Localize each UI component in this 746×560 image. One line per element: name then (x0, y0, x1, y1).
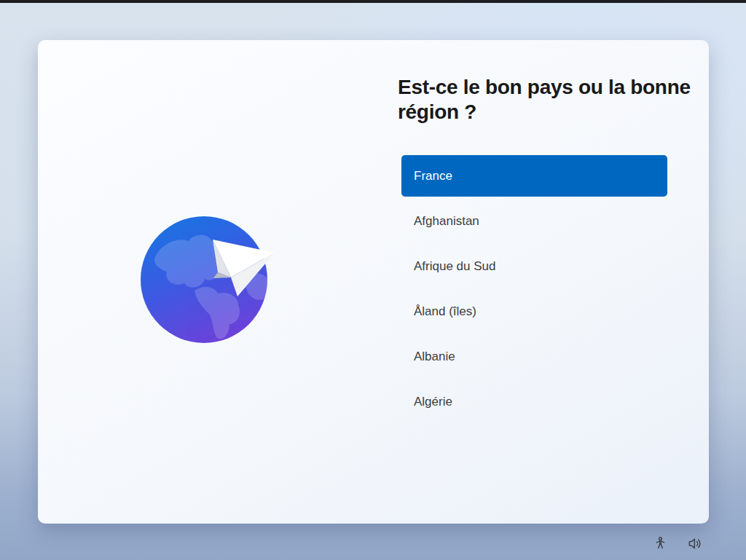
country-option-france[interactable]: France (401, 155, 667, 197)
globe-icon (141, 215, 286, 346)
country-option-aland-iles[interactable]: Åland (îles) (401, 291, 667, 332)
setup-card: Est-ce le bon pays ou la bonne région ? … (38, 40, 709, 524)
page-title: Est-ce le bon pays ou la bonne région ? (398, 75, 704, 125)
accessibility-icon (653, 536, 668, 551)
volume-button[interactable] (687, 536, 704, 551)
setup-content: Est-ce le bon pays ou la bonne région ? … (398, 40, 711, 524)
volume-icon (687, 536, 704, 551)
country-region-list: France Afghanistan Afrique du Sud Åland … (401, 155, 667, 426)
screen-top-edge (0, 0, 746, 3)
country-option-afrique-du-sud[interactable]: Afrique du Sud (401, 245, 667, 287)
country-option-albanie[interactable]: Albanie (401, 336, 667, 377)
country-option-afghanistan[interactable]: Afghanistan (401, 200, 667, 242)
oobe-screen: Est-ce le bon pays ou la bonne région ? … (0, 0, 746, 560)
country-option-algerie[interactable]: Algérie (401, 381, 667, 422)
globe-paper-plane-illustration (141, 215, 286, 346)
system-tray (653, 536, 704, 551)
accessibility-button[interactable] (653, 536, 668, 551)
